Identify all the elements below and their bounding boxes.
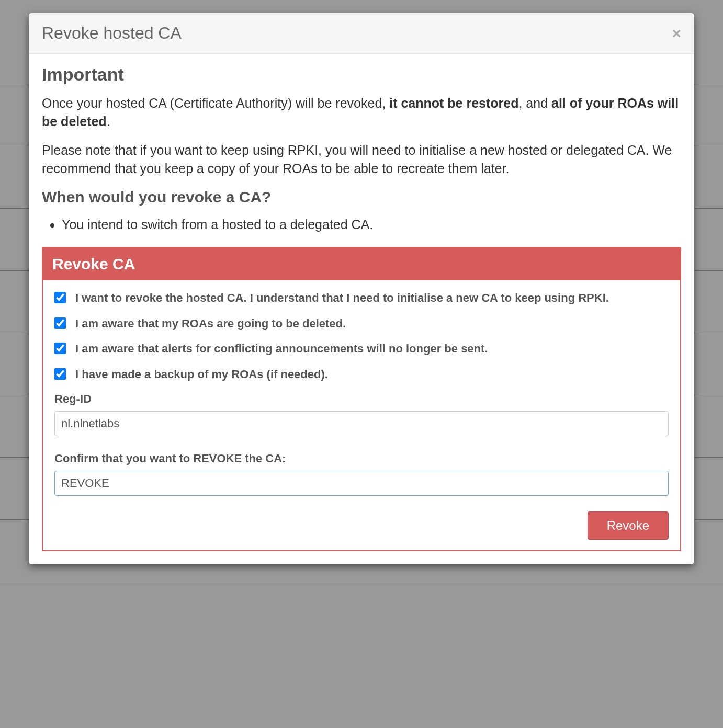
- revoke-button[interactable]: Revoke: [588, 511, 669, 540]
- checkbox-row-alerts-stop: I am aware that alerts for conflicting a…: [54, 342, 669, 357]
- warning-paragraph-2: Please note that if you want to keep usi…: [42, 141, 681, 178]
- warning-paragraph-1: Once your hosted CA (Certificate Authori…: [42, 94, 681, 131]
- modal-body: Important Once your hosted CA (Certifica…: [29, 54, 694, 564]
- confirm-label: Confirm that you want to REVOKE the CA:: [54, 452, 669, 465]
- button-row: Revoke: [54, 511, 669, 540]
- modal-title: Revoke hosted CA: [42, 24, 182, 43]
- checkbox-roas-deleted[interactable]: [54, 317, 66, 329]
- checkbox-label[interactable]: I am aware that alerts for conflicting a…: [75, 342, 488, 357]
- revoke-panel: Revoke CA I want to revoke the hosted CA…: [42, 247, 681, 551]
- modal-header: Revoke hosted CA ×: [29, 13, 694, 54]
- checkbox-label[interactable]: I want to revoke the hosted CA. I unders…: [75, 291, 609, 306]
- list-item: You intend to switch from a hosted to a …: [62, 215, 681, 234]
- checkbox-label[interactable]: I am aware that my ROAs are going to be …: [75, 316, 346, 332]
- confirm-revoke-input[interactable]: [54, 471, 669, 496]
- important-heading: Important: [42, 64, 681, 85]
- when-heading: When would you revoke a CA?: [42, 188, 681, 206]
- regid-input[interactable]: [54, 411, 669, 436]
- checkbox-alerts-stop[interactable]: [54, 343, 66, 354]
- checkbox-label[interactable]: I have made a backup of my ROAs (if need…: [75, 367, 328, 382]
- checkbox-row-roas-deleted: I am aware that my ROAs are going to be …: [54, 316, 669, 332]
- regid-label: Reg-ID: [54, 392, 669, 406]
- close-button[interactable]: ×: [672, 26, 681, 41]
- checkbox-row-backup-made: I have made a backup of my ROAs (if need…: [54, 367, 669, 382]
- reasons-list: You intend to switch from a hosted to a …: [42, 215, 681, 234]
- revoke-panel-body: I want to revoke the hosted CA. I unders…: [43, 280, 680, 550]
- close-icon: ×: [672, 25, 681, 42]
- checkbox-row-revoke-understand: I want to revoke the hosted CA. I unders…: [54, 291, 669, 306]
- revoke-hosted-ca-modal: Revoke hosted CA × Important Once your h…: [29, 13, 694, 564]
- revoke-panel-header: Revoke CA: [43, 248, 680, 280]
- checkbox-backup-made[interactable]: [54, 368, 66, 380]
- checkbox-revoke-understand[interactable]: [54, 292, 66, 303]
